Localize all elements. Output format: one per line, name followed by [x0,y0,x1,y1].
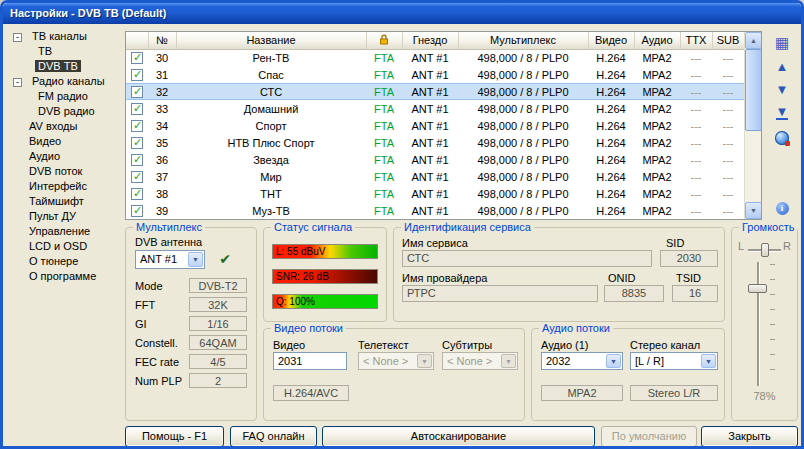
channel-enabled-checkbox[interactable] [131,120,143,132]
channel-grid-button[interactable]: ▦ [769,31,795,53]
sidebar-item[interactable]: AV входы [7,119,125,134]
apply-antenna-button[interactable]: ✔ [212,248,238,269]
volume-group-title: Громкость [739,221,797,233]
arrow-up-icon: ▲ [750,37,757,44]
param-value: 2 [189,373,247,388]
balance-right-label: R [783,240,791,252]
channel-access: FTA [366,49,402,66]
chevron-down-icon: ▼ [606,354,621,368]
sidebar-item[interactable]: Таймшифт [7,194,125,209]
multiplex-group: Мультиплекс DVB антенна ANT #1 ▼ ✔ Mode … [125,227,257,421]
channel-ttx: --- [680,151,712,168]
tree-expander-icon[interactable]: - [13,33,22,42]
table-scrollbar[interactable]: ▲ ▼ [744,32,761,219]
header-lock-column[interactable] [366,32,402,49]
sidebar-item[interactable]: Управление [7,224,125,239]
sidebar-item-label: Пульт ДУ [26,210,79,222]
channel-enabled-checkbox[interactable] [131,52,143,64]
header-checkbox-column[interactable] [126,32,148,49]
table-row[interactable]: 34 Спорт FTA ANT #1 498,000 / 8 / PLP0 H… [126,117,744,134]
sidebar-item[interactable]: DVB поток [7,164,125,179]
header-number[interactable]: № [148,32,176,49]
title-bar[interactable]: Настройки - DVB ТВ (Default) [3,3,801,24]
channel-video-codec: H.264 [588,83,634,100]
sidebar-item[interactable]: - Радио каналы [7,74,125,89]
info-button[interactable]: i [769,197,795,219]
scroll-up-button[interactable]: ▲ [745,32,762,49]
sidebar-item[interactable]: FM радио [7,89,125,104]
channel-enabled-checkbox[interactable] [131,103,143,115]
table-row[interactable]: 32 СТС FTA ANT #1 498,000 / 8 / PLP0 H.2… [126,83,744,100]
sidebar-item[interactable]: LCD и OSD [7,239,125,254]
scroll-down-button[interactable]: ▼ [745,202,762,219]
channel-ttx: --- [680,117,712,134]
header-socket[interactable]: Гнездо [402,32,458,49]
volume-slider-ticks [770,264,775,384]
audio-pid-select[interactable]: 2032 ▼ [541,352,623,370]
autoscan-button[interactable]: Автосканирование [322,426,595,447]
stereo-channel-select-value: [L / R] [635,355,664,367]
header-sub[interactable]: SUB [712,32,744,49]
header-multiplex[interactable]: Мультиплекс [458,32,588,49]
channel-number: 38 [148,185,176,202]
move-down-button[interactable]: ▼ [769,78,795,100]
header-ttx[interactable]: TTX [680,32,712,49]
channel-enabled-checkbox[interactable] [131,171,143,183]
sidebar-item[interactable]: DVB радио [7,104,125,119]
channel-grid-icon: ▦ [775,35,789,50]
volume-slider-track[interactable] [757,262,759,386]
header-name[interactable]: Название [176,32,366,49]
channel-name: Звезда [176,151,366,168]
channel-enabled-checkbox[interactable] [131,69,143,81]
stereo-channel-select[interactable]: [L / R] ▼ [630,352,718,370]
sidebar-item[interactable]: DVB ТВ [7,59,125,74]
table-row[interactable]: 30 Рен-ТВ FTA ANT #1 498,000 / 8 / PLP0 … [126,49,744,66]
table-row[interactable]: 37 Мир FTA ANT #1 498,000 / 8 / PLP0 H.2… [126,168,744,185]
balance-slider-thumb[interactable] [761,243,769,257]
header-audio[interactable]: Аудио [634,32,680,49]
header-video[interactable]: Видео [588,32,634,49]
close-button[interactable]: Закрыть [701,426,798,447]
table-header-row: № Название Гнездо Мультиплекс Видео Ауди… [126,32,744,49]
sidebar-item[interactable]: ТВ [7,44,125,59]
sidebar-item[interactable]: О программе [7,269,125,284]
channel-ttx: --- [680,134,712,151]
sidebar-item[interactable]: Видео [7,134,125,149]
channel-enabled-checkbox[interactable] [131,137,143,149]
table-row[interactable]: 39 Муз-ТВ FTA ANT #1 498,000 / 8 / PLP0 … [126,202,744,219]
antenna-select[interactable]: ANT #1 ▼ [135,250,205,269]
sidebar-item[interactable]: Пульт ДУ [7,209,125,224]
channel-name: Спорт [176,117,366,134]
web-export-button[interactable] [769,127,795,149]
move-to-bottom-button[interactable]: ▼ [769,101,795,123]
volume-slider-thumb[interactable] [748,284,767,293]
table-row[interactable]: 31 Спас FTA ANT #1 498,000 / 8 / PLP0 H.… [126,66,744,83]
table-row[interactable]: 36 Звезда FTA ANT #1 498,000 / 8 / PLP0 … [126,151,744,168]
channel-enabled-checkbox[interactable] [131,154,143,166]
video-pid-input[interactable]: 2031 [273,352,347,370]
channel-socket: ANT #1 [402,117,458,134]
help-button[interactable]: Помощь - F1 [125,426,224,447]
arrow-down-icon: ▼ [750,207,757,214]
channel-sub: --- [712,49,744,66]
sidebar-item[interactable]: О тюнере [7,254,125,269]
sidebar-item[interactable]: Интерфейс [7,179,125,194]
channel-access: FTA [366,66,402,83]
faq-button[interactable]: FAQ онлайн [230,426,317,447]
move-up-button[interactable]: ▲ [769,55,795,77]
table-row[interactable]: 33 Домашний FTA ANT #1 498,000 / 8 / PLP… [126,100,744,117]
sidebar-item[interactable]: - ТВ каналы [7,29,125,44]
channel-enabled-checkbox[interactable] [131,205,143,217]
tree-expander-icon[interactable]: - [13,78,22,87]
channel-name: Домашний [176,100,366,117]
sidebar-item[interactable]: Аудио [7,149,125,164]
channel-ttx: --- [680,83,712,100]
channel-access: FTA [366,100,402,117]
scroll-thumb[interactable] [745,49,762,131]
channel-socket: ANT #1 [402,49,458,66]
channel-enabled-checkbox[interactable] [131,188,143,200]
table-row[interactable]: 35 НТВ Плюс Спорт FTA ANT #1 498,000 / 8… [126,134,744,151]
table-row[interactable]: 38 ТНТ FTA ANT #1 498,000 / 8 / PLP0 H.2… [126,185,744,202]
sid-label: SID [666,237,684,249]
channel-enabled-checkbox[interactable] [131,86,143,98]
